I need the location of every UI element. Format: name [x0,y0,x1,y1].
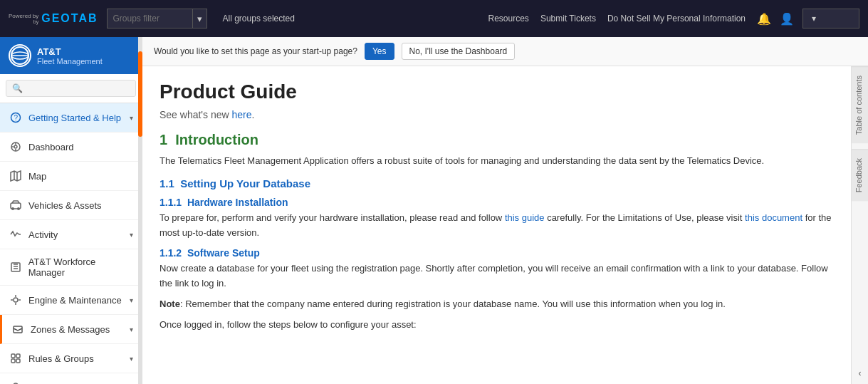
section-1-1-1-body: To prepare for, perform and verify your … [160,211,834,241]
notifications-bell-icon[interactable]: 🔔 [757,12,771,26]
svg-rect-29 [16,359,20,363]
sidebar-item-dashboard[interactable]: Dashboard [0,133,142,162]
sidebar-header: AT&T Fleet Management [0,37,142,74]
svg-rect-26 [11,354,15,358]
sidebar-item-activity[interactable]: Activity ▾ [0,220,142,249]
user-dropdown[interactable]: ▾ [802,9,859,28]
sidebar-item-vehicles-assets[interactable]: Vehicles & Assets [0,191,142,220]
submit-tickets-link[interactable]: Submit Tickets [540,14,596,24]
section-1-heading: 1 Introduction [160,132,834,148]
sidebar-subtitle: Fleet Management [37,57,103,66]
user-profile-icon[interactable]: 👤 [780,12,794,26]
sidebar-scrollbar-track [138,37,142,384]
startup-question: Would you like to set this page as your … [154,46,357,56]
groups-filter-container: ▾ [107,9,207,28]
powered-by-text: Powered by [9,14,38,19]
svg-rect-27 [16,354,20,358]
map-icon [9,169,23,183]
sidebar-item-map[interactable]: Map [0,162,142,191]
collapse-panel-button[interactable]: ‹ [853,363,867,384]
feedback-tab[interactable]: Feedback [852,149,868,201]
section-1-1-1-heading: 1.1.1 Hardware Installation [160,197,834,208]
all-groups-label: All groups selected [223,14,295,24]
svg-point-15 [17,207,20,210]
article-title: Product Guide [160,81,834,103]
dashboard-icon [9,140,23,154]
right-panel: Table of contents Feedback ‹ [851,66,868,384]
help-icon: ? [9,110,23,125]
sidebar-item-label-activity: Activity [28,229,58,240]
section-1-1-heading: 1.1 Setting Up Your Database [160,177,834,190]
do-not-sell-link[interactable]: Do Not Sell My Personal Information [607,14,746,24]
top-bar: Powered by by GEOTAB ▾ All groups select… [0,0,868,37]
chevron-getting-started-icon: ▾ [130,114,133,122]
content-main: Product Guide See what's new here. 1 Int… [142,66,868,384]
svg-text:?: ? [14,114,19,122]
svg-point-6 [14,145,17,148]
content-area: Would you like to set this page as your … [142,37,868,384]
startup-yes-button[interactable]: Yes [365,43,394,60]
sidebar-item-label-workforce: AT&T Workforce Manager [28,256,133,278]
startup-bar: Would you like to set this page as your … [142,37,868,66]
chevron-down-icon: ▾ [197,14,202,24]
chevron-zones-icon: ▾ [130,326,133,333]
sidebar-search-inner: 🔍 [6,80,136,97]
sidebar-item-engine-maintenance[interactable]: Engine & Maintenance ▾ [0,286,142,315]
sidebar-item-workforce[interactable]: AT&T Workforce Manager [0,249,142,286]
svg-point-14 [11,207,14,210]
section-1-body: The Telematics Fleet Management Applicat… [160,154,834,169]
sidebar-company: AT&T [37,46,103,57]
resources-link[interactable]: Resources [488,14,529,24]
att-logo [9,44,31,67]
chevron-engine-icon: ▾ [130,296,133,304]
sidebar-scrollbar-thumb[interactable] [138,51,142,137]
this-guide-link[interactable]: this guide [505,212,545,223]
sidebar-search-container: 🔍 [0,74,142,103]
engine-icon [9,293,23,307]
workforce-icon [9,260,23,274]
geotab-logo: Powered by by GEOTAB [9,12,98,25]
sidebar-item-label-engine: Engine & Maintenance [28,295,122,306]
sidebar-item-label-getting-started: Getting Started & Help [28,113,121,123]
article-content: Product Guide See what's new here. 1 Int… [142,66,851,384]
rules-icon [9,351,23,365]
sidebar-item-zones-messages[interactable]: Zones & Messages ▾ [0,315,142,344]
chevron-rules-icon: ▾ [130,355,133,363]
see-whats-new: See what's new here. [160,109,834,120]
once-logged-in-text: Once logged in, follow the steps below t… [160,318,834,333]
top-bar-right: Resources Submit Tickets Do Not Sell My … [488,9,859,28]
chevron-activity-icon: ▾ [130,231,133,239]
by-text: by [33,19,38,24]
vehicles-icon [9,198,23,212]
sidebar-item-label-rules: Rules & Groups [28,353,94,364]
section-1-1-2-body: Now create a database for your fleet usi… [160,261,834,291]
svg-point-20 [14,298,18,302]
sidebar-header-left: AT&T Fleet Management [9,44,103,67]
top-bar-left: Powered by by GEOTAB ▾ All groups select… [9,9,295,28]
brand-name: GEOTAB [41,12,98,25]
note-text: Note: Remember that the company name ent… [160,297,834,312]
sidebar-item-label-dashboard: Dashboard [28,142,74,152]
admin-icon [9,380,23,384]
sidebar-item-rules-groups[interactable]: Rules & Groups ▾ [0,344,142,373]
top-bar-icons: 🔔 👤 ▾ [757,9,859,28]
sidebar-item-getting-started[interactable]: ? Getting Started & Help ▾ [0,103,142,133]
this-document-link[interactable]: this document [745,212,802,223]
sidebar-wrapper: AT&T Fleet Management 🔍 ? [0,37,142,384]
zones-icon [11,322,25,336]
sidebar-item-label-vehicles: Vehicles & Assets [28,200,102,211]
groups-filter-dropdown-btn[interactable]: ▾ [192,9,207,28]
here-link[interactable]: here [232,109,252,120]
svg-rect-28 [11,359,15,363]
groups-filter-input[interactable] [107,9,192,28]
startup-no-button[interactable]: No, I'll use the Dashboard [402,43,516,60]
sidebar-item-administration[interactable]: Administration ▾ [0,373,142,384]
sidebar-search-icon: 🔍 [12,83,23,93]
activity-icon [9,227,23,242]
svg-marker-10 [11,171,21,181]
section-1-1-2-heading: 1.1.2 Software Setup [160,247,834,259]
table-of-contents-tab[interactable]: Table of contents [852,66,868,143]
main-layout: AT&T Fleet Management 🔍 ? [0,37,868,384]
sidebar-item-label-zones: Zones & Messages [31,324,110,335]
sidebar: AT&T Fleet Management 🔍 ? [0,37,142,384]
